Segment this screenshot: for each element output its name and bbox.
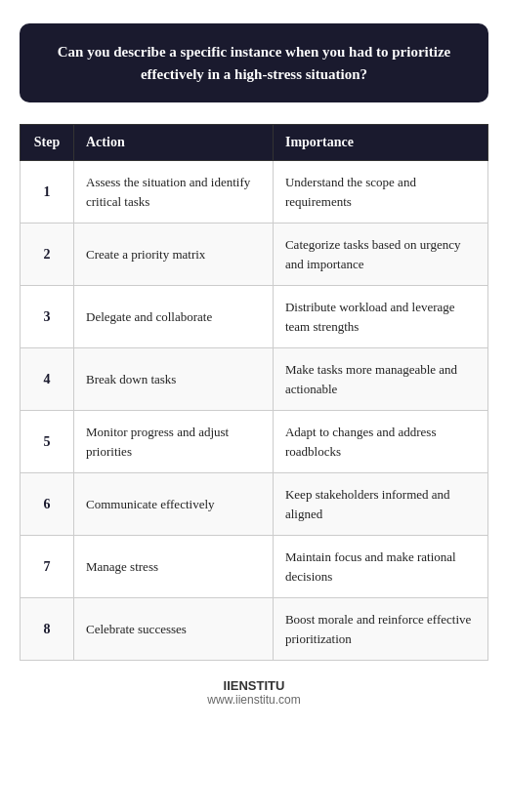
cell-action: Celebrate successes	[74, 598, 274, 661]
cell-step: 4	[21, 348, 74, 411]
table-row: 2Create a priority matrixCategorize task…	[21, 223, 488, 286]
cell-importance: Make tasks more manageable and actionabl…	[273, 348, 487, 411]
title-box: Can you describe a specific instance whe…	[20, 23, 488, 102]
cell-action: Delegate and collaborate	[74, 286, 274, 348]
table-row: 3Delegate and collaborateDistribute work…	[21, 286, 488, 348]
col-header-action: Action	[74, 125, 274, 161]
footer-url: www.iienstitu.com	[207, 693, 300, 707]
table-row: 7Manage stressMaintain focus and make ra…	[21, 536, 488, 598]
page-title: Can you describe a specific instance whe…	[41, 41, 467, 85]
cell-action: Manage stress	[74, 536, 274, 598]
table-row: 8Celebrate successesBoost morale and rei…	[21, 598, 488, 661]
footer-brand: IIENSTITU	[207, 678, 300, 693]
cell-importance: Distribute workload and leverage team st…	[273, 286, 487, 348]
cell-action: Communicate effectively	[74, 473, 274, 536]
table-row: 6Communicate effectivelyKeep stakeholder…	[21, 473, 488, 536]
cell-action: Assess the situation and identify critic…	[74, 161, 274, 223]
cell-action: Monitor progress and adjust priorities	[74, 411, 274, 473]
cell-step: 3	[21, 286, 74, 348]
cell-importance: Categorize tasks based on urgency and im…	[273, 223, 487, 286]
steps-table: Step Action Importance 1Assess the situa…	[20, 124, 488, 661]
cell-importance: Adapt to changes and address roadblocks	[273, 411, 487, 473]
table-row: 5Monitor progress and adjust prioritiesA…	[21, 411, 488, 473]
cell-step: 8	[21, 598, 74, 661]
cell-importance: Understand the scope and requirements	[273, 161, 487, 223]
cell-step: 2	[21, 223, 74, 286]
cell-step: 1	[21, 161, 74, 223]
table-row: 1Assess the situation and identify criti…	[21, 161, 488, 223]
cell-importance: Keep stakeholders informed and aligned	[273, 473, 487, 536]
table-row: 4Break down tasksMake tasks more managea…	[21, 348, 488, 411]
col-header-importance: Importance	[273, 125, 487, 161]
cell-step: 7	[21, 536, 74, 598]
cell-action: Create a priority matrix	[74, 223, 274, 286]
cell-importance: Boost morale and reinforce effective pri…	[273, 598, 487, 661]
cell-action: Break down tasks	[74, 348, 274, 411]
footer: IIENSTITU www.iienstitu.com	[207, 678, 300, 707]
col-header-step: Step	[21, 125, 74, 161]
cell-importance: Maintain focus and make rational decisio…	[273, 536, 487, 598]
cell-step: 6	[21, 473, 74, 536]
cell-step: 5	[21, 411, 74, 473]
